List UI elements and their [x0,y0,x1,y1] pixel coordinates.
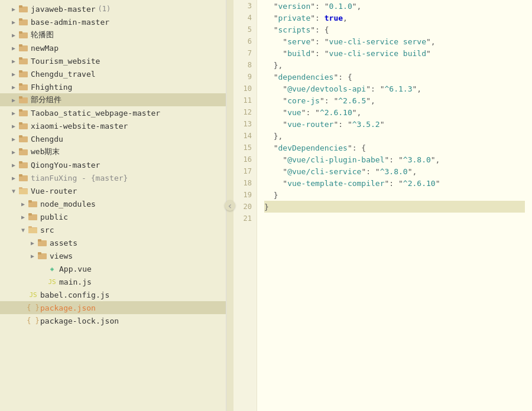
tree-item-label: 轮播图 [31,30,54,40]
svg-rect-19 [19,122,22,125]
panel-splitter[interactable] [226,0,233,411]
folder-collapse-arrow: ▶ [9,135,18,143]
code-line: "vue": "^2.6.10", [264,106,525,118]
folder-collapse-arrow: ▶ [19,200,27,208]
code-token: vue-router [287,120,333,129]
folder-icon [19,30,28,40]
code-line: "@vue/cli-service": "^3.8.0", [264,165,525,177]
line-number: 19 [238,189,252,201]
sidebar-item-Vue-router[interactable]: ▼ Vue-router [0,184,226,197]
code-token: " [264,25,278,34]
code-line: "scripts": { [264,24,525,35]
code-token: ": [385,179,394,188]
tree-item-label: xiaomi-website-master [31,122,128,131]
sidebar-item-public[interactable]: ▶ public [0,210,226,223]
sidebar-item-App.vue[interactable]: ◈App.vue [0,262,226,275]
sidebar-item-webqimo[interactable]: ▶ web期末 [0,145,226,158]
folder-icon [38,238,47,247]
code-token: 0.1.0 [329,2,352,11]
sidebar-item-node_modules[interactable]: ▶ node_modules [0,197,226,210]
folder-expand-arrow: ▼ [9,187,18,195]
sidebar-item-Tourism_website[interactable]: ▶ Tourism_website [0,54,226,67]
folder-open-icon [19,186,28,195]
code-token: ": [320,96,329,105]
sidebar-item-tianFuXing[interactable]: ▶ tianFuXing - {master} [0,171,226,184]
folder-expand-arrow: ▼ [19,226,27,234]
svg-rect-11 [19,70,22,73]
sidebar-item-Fhighting[interactable]: ▶ Fhighting [0,80,226,93]
code-token: , [343,14,348,22]
code-line: "devDependencies": { [264,142,525,154]
sidebar-item-package-lock.json[interactable]: { }package-lock.json [0,314,226,327]
code-token: ", [426,37,436,46]
line-number: 18 [238,177,252,189]
sidebar-item-assets[interactable]: ▶ assets [0,236,226,249]
tree-item-label: Taobao_static_webpage-master [31,109,160,118]
sidebar-item-babel.config.js[interactable]: JSbabel.config.js [0,288,226,301]
sidebar-item-main.js[interactable]: JSmain.js [0,275,226,288]
code-token: ^3.5.2 [352,120,380,129]
sidebar-item-package.json[interactable]: { }package.json [0,301,226,314]
code-token: ^2.6.5 [338,96,366,105]
code-token: ", [366,96,375,105]
folder-collapse-arrow: ▶ [9,44,18,52]
code-token: ": [361,167,371,176]
sidebar-item-Taobao_static_webpage-master[interactable]: ▶ Taobao_static_webpage-master [0,106,226,119]
code-token: ": [333,73,343,81]
folder-icon [19,160,28,169]
sidebar-item-bfzj[interactable]: ▶ 部分组件 [0,93,226,106]
code-token: serve [287,37,310,46]
file-tree-sidebar[interactable]: ▶ javaweb-master(1)▶ base-admin-master▶ … [0,0,226,411]
code-token: ": [310,2,320,11]
code-token: true [320,14,343,22]
svg-rect-3 [19,18,22,21]
line-number: 16 [238,154,252,165]
code-token: " [394,155,403,164]
code-token: ^3.8.0 [403,155,431,164]
code-token: vue-cli-service build [329,49,426,58]
code-token: ": [333,120,343,129]
tree-item-label: views [50,252,73,260]
sidebar-item-QiongYou-master[interactable]: ▶ QiongYou-master [0,158,226,171]
folder-collapse-arrow: ▶ [9,18,18,26]
code-token: { [320,25,329,34]
folder-collapse-arrow: ▶ [19,213,27,221]
code-token: ": [310,14,320,22]
sidebar-item-lunbotu[interactable]: ▶ 轮播图 [0,28,226,41]
folder-icon [19,121,28,131]
sidebar-item-views[interactable]: ▶ views [0,249,226,262]
sidebar-item-src[interactable]: ▼ src [0,223,226,236]
code-token: " [264,155,287,164]
folder-collapse-arrow: ▶ [28,252,37,260]
code-token: ": [348,143,357,152]
tree-item-label: main.js [59,278,92,286]
line-number: 8 [238,59,252,71]
line-number: 13 [238,118,252,130]
folder-collapse-arrow: ▶ [9,5,18,13]
spacer [38,278,46,286]
code-token: " [264,84,287,93]
line-number: 9 [238,71,252,83]
sidebar-item-Chengdu[interactable]: ▶ Chengdu [0,132,226,145]
code-token: " [264,120,287,129]
code-token: version [278,2,310,11]
sidebar-item-xiaomi-website-master[interactable]: ▶ xiaomi-website-master [0,119,226,132]
code-token: vue-cli-service serve [329,37,426,46]
line-number: 6 [238,35,252,47]
sidebar-item-newMap[interactable]: ▶ newMap [0,41,226,54]
sidebar-item-base-admin-master[interactable]: ▶ base-admin-master [0,15,226,28]
sidebar-item-Chengdu_travel[interactable]: ▶ Chengdu_travel [0,67,226,80]
code-token: " [310,108,320,117]
code-token: vue-template-compiler [287,179,384,188]
code-line: "version": "0.1.0", [264,0,525,12]
code-token: ", [431,155,440,164]
sidebar-item-javaweb-master[interactable]: ▶ javaweb-master(1) [0,2,226,15]
folder-collapse-arrow: ▶ [9,174,18,182]
tree-item-label: src [40,226,54,234]
folder-collapse-arrow: ▶ [9,96,18,104]
folder-icon [19,4,28,14]
line-number: 12 [238,106,252,118]
line-number: 14 [238,130,252,142]
code-token: " [380,120,385,129]
tree-item-label: package-lock.json [40,317,119,325]
